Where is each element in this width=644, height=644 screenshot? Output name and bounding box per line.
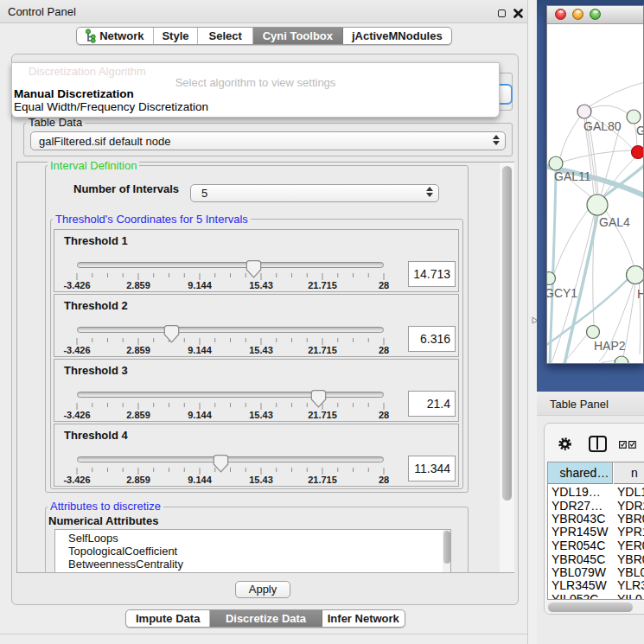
- svg-text:H: H: [637, 287, 643, 301]
- svg-text:GA: GA: [636, 124, 643, 137]
- svg-text:GAL80: GAL80: [583, 119, 622, 133]
- svg-text:GCY1: GCY1: [547, 286, 577, 300]
- svg-text:HAP2: HAP2: [594, 339, 626, 353]
- svg-text:GAL11: GAL11: [554, 169, 591, 183]
- svg-text:GAL4: GAL4: [599, 215, 630, 229]
